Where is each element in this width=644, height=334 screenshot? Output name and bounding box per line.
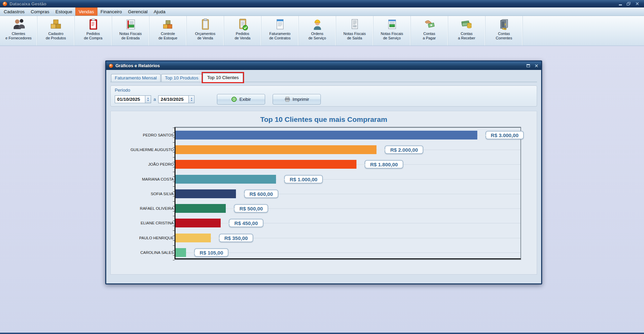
bar: [176, 234, 211, 242]
spinner-down-icon: ▼: [190, 99, 192, 101]
chart-bar-row: ELIANE CRISTINAR$ 450,00: [176, 216, 520, 230]
spinner-down-icon: ▼: [147, 99, 149, 101]
toolbar-button-notas-fiscais-de-serviço[interactable]: Notas Fiscaisde Serviço: [373, 16, 411, 45]
app-logo-icon: [3, 2, 7, 6]
category-label: PEDRO SANTOS: [143, 128, 174, 142]
axis-tick: [173, 216, 174, 216]
bar: [176, 189, 236, 198]
chart-bar-row: RAFAEL OLIVEIRAR$ 500,00: [176, 201, 520, 216]
exibir-button[interactable]: Exibir: [217, 94, 265, 105]
axis-tick: [173, 250, 174, 250]
exibir-label: Exibir: [239, 97, 251, 102]
dialog-maximize-button[interactable]: [527, 64, 530, 67]
toolbar-button-orçamentos-de-venda[interactable]: Orçamentosde Venda: [187, 16, 224, 45]
bar: [176, 219, 221, 227]
toolbar-button-label: Controlede Estoque: [159, 32, 178, 40]
bar: [176, 248, 186, 257]
dialog-titlebar[interactable]: Gráficos e Relatórios ✕: [106, 61, 541, 70]
menu-item-financeiro[interactable]: Financeiro: [97, 7, 125, 16]
chart-bar-row: GUILHERME AUGUSTOR$ 2.000,00: [176, 142, 520, 157]
date-to-input[interactable]: 24/10/2025: [158, 95, 189, 103]
value-label: R$ 105,00: [194, 248, 228, 257]
chart-bar-row: PAULO HENRIQUER$ 350,00: [176, 230, 520, 245]
axis-tick: [173, 260, 174, 260]
menu-item-estoque[interactable]: Estoque: [52, 7, 75, 16]
minimize-button[interactable]: [619, 2, 622, 5]
menu-item-ajuda[interactable]: Ajuda: [151, 7, 169, 16]
tab-faturamento-mensal[interactable]: Faturamento Mensal: [111, 74, 161, 82]
category-label: RAFAEL OLIVEIRA: [140, 201, 174, 216]
axis-tick: [173, 147, 174, 148]
toolbar-button-contas-correntes[interactable]: ContasCorrentes: [485, 16, 523, 45]
imprimir-button[interactable]: Imprimir: [273, 94, 321, 105]
chart-bar-row: CAROLINA SALESR$ 105,00: [176, 245, 520, 260]
axis-tick: [173, 142, 174, 143]
window-bottom-border: [0, 333, 644, 334]
menu-item-gerencial[interactable]: Gerencial: [125, 7, 151, 16]
axis-tick: [173, 221, 174, 221]
tab-top-10-clientes[interactable]: Top 10 Clientes: [203, 73, 243, 82]
date-to-spinner[interactable]: ▲▼: [189, 95, 195, 103]
toolbar-button-notas-fiscais-de-saída[interactable]: Notas Fiscaisde Saída: [336, 16, 373, 45]
chart-bar-row: MARIANA COSTAR$ 1.000,00: [176, 172, 520, 186]
category-label: MARIANA COSTA: [142, 172, 174, 186]
axis-tick: [173, 137, 174, 138]
toolbar-button-label: Pedidosde Venda: [235, 32, 251, 40]
service-invoice-icon: [385, 18, 399, 31]
date-from-spinner[interactable]: ▲▼: [145, 95, 151, 103]
value-label: R$ 500,00: [234, 204, 268, 213]
chart-bar-row: PEDRO SANTOSR$ 3.000,00: [176, 128, 520, 142]
toolbar-button-label: Clientese Fornecedores: [5, 32, 32, 40]
exibir-icon: [231, 96, 237, 102]
chart-bar-row: JOÃO PEDROR$ 1.800,00: [176, 157, 520, 172]
category-label: JOÃO PEDRO: [148, 157, 174, 172]
date-from-input[interactable]: 01/10/2025: [115, 95, 145, 103]
axis-tick: [173, 206, 174, 206]
toolbar-button-cadastro-de-produtos[interactable]: Cadastrode Produtos: [37, 16, 75, 45]
dialog-close-button[interactable]: ✕: [534, 64, 538, 68]
axis-tick: [173, 172, 174, 172]
accounts-receivable-icon: [460, 18, 474, 31]
axis-tick: [173, 167, 174, 167]
toolbar-button-notas-fiscais-de-entrada[interactable]: Notas Fiscaisde Entrada: [112, 16, 149, 45]
sales-quotes-icon: [199, 18, 212, 31]
menu-item-vendas[interactable]: Vendas: [75, 7, 97, 16]
value-label: R$ 600,00: [244, 189, 278, 198]
axis-tick: [173, 186, 174, 187]
axis-tick: [173, 211, 174, 211]
toolbar-button-ordens-de-serviço[interactable]: Ordensde Serviço: [299, 16, 336, 45]
tab-bar: Faturamento MensalTop 10 ProdutosTop 10 …: [110, 72, 537, 82]
axis-tick: [173, 162, 174, 162]
axis-tick: [173, 201, 174, 202]
category-label: GUILHERME AUGUSTO: [130, 142, 174, 157]
close-button[interactable]: ✕: [635, 2, 639, 6]
minimize-icon: [619, 4, 622, 5]
toolbar-button-label: Notas Fiscaisde Entrada: [119, 32, 142, 40]
menu-item-compras[interactable]: Compras: [28, 7, 53, 16]
bar: [176, 160, 356, 169]
chart-title: Top 10 Clientes que mais Compraram: [111, 115, 537, 124]
toolbar: Clientese FornecedoresCadastrode Produto…: [0, 16, 644, 46]
dialog-logo-icon: [109, 64, 113, 68]
toolbar-button-label: Notas Fiscaisde Saída: [343, 32, 366, 40]
toolbar-button-controle-de-estoque[interactable]: Controlede Estoque: [149, 16, 187, 45]
clients-suppliers-icon: [12, 18, 25, 31]
toolbar-button-pedidos-de-venda[interactable]: Pedidosde Venda: [224, 16, 261, 45]
toolbar-button-label: ContasCorrentes: [496, 32, 512, 40]
window-titlebar: Datacaixa Gestão ✕: [0, 0, 644, 7]
toolbar-button-contas-a-pagar[interactable]: Contasa Pagar: [411, 16, 448, 45]
axis-tick: [173, 157, 174, 157]
sales-orders-icon: [236, 18, 250, 31]
bank-accounts-icon: [497, 18, 511, 31]
toolbar-button-pedidos-de-compra[interactable]: Pedidosde Compra: [75, 16, 112, 45]
toolbar-button-contas-a-receber[interactable]: Contasa Receber: [448, 16, 485, 45]
accounts-payable-icon: [423, 18, 436, 31]
toolbar-button-clientes-e-fornecedores[interactable]: Clientese Fornecedores: [0, 16, 37, 45]
axis-tick: [173, 132, 174, 133]
purchase-orders-icon: [87, 18, 100, 31]
value-label: R$ 2.000,00: [385, 145, 423, 154]
toolbar-button-faturamento-de-contratos[interactable]: Faturamentode Contratos: [261, 16, 299, 45]
menu-item-cadastros[interactable]: Cadastros: [1, 7, 28, 16]
tab-top-10-produtos[interactable]: Top 10 Produtos: [161, 74, 202, 82]
restore-button[interactable]: [627, 2, 630, 5]
